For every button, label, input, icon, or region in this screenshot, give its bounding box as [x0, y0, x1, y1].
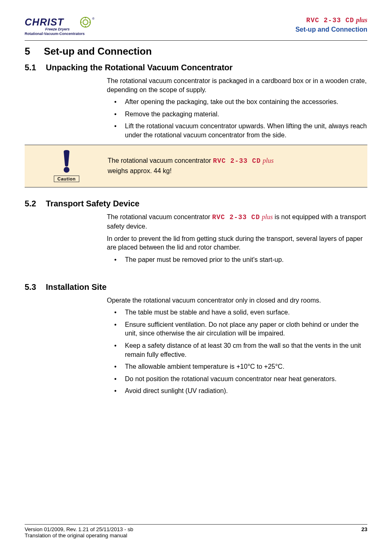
caution-icon-wrap: Caution — [30, 150, 104, 182]
heading-chapter-num: 5 — [25, 46, 41, 57]
heading-5-3: 5.3 Installation Site — [25, 282, 367, 292]
caution-t2: weighs approx. 44 kg! — [108, 167, 172, 174]
list-item: The allowable ambient temperature is +10… — [114, 362, 367, 371]
list-item: Keep a safety distance of at least 30 cm… — [114, 341, 367, 359]
header-right: RVC 2-33 CD plus Set-up and Connection — [295, 16, 367, 33]
s52-para2: In order to prevent the lid from getting… — [107, 234, 367, 252]
section-5-2-body: The rotational vacuum concentrator RVC 2… — [107, 213, 367, 264]
product-suffix: plus — [356, 16, 367, 23]
caution-icon — [56, 150, 77, 175]
list-item: The paper must be removed prior to the u… — [114, 255, 367, 264]
s52-product-inline: RVC 2-33 CD plus — [212, 213, 273, 220]
heading-5-3-title: Installation Site — [46, 282, 107, 291]
caution-inline-suffix: plus — [263, 157, 274, 164]
svg-point-9 — [64, 167, 69, 173]
svg-text:Rotational-Vacuum-Concentrator: Rotational-Vacuum-Concentrators — [25, 32, 85, 36]
s53-para1: Operate the rotational vacuum concentrat… — [107, 296, 367, 305]
product-prefix: RVC 2-33 CD — [306, 17, 354, 24]
caution-inline-prefix: RVC 2-33 CD — [213, 157, 261, 165]
heading-5-1-num: 5.1 — [25, 63, 44, 72]
footer-page-number: 23 — [362, 526, 367, 539]
s52-p1a: The rotational vacuum concentrator — [107, 213, 212, 220]
svg-text:Freeze Dryers: Freeze Dryers — [45, 27, 70, 31]
heading-chapter-title: Set-up and Connection — [44, 46, 152, 57]
svg-text:®: ® — [92, 17, 95, 21]
header-section-title: Set-up and Connection — [295, 26, 367, 33]
logo-graphic: CHRIST ® Freeze Dryers Rotational-Vacuum… — [25, 16, 99, 38]
caution-text: The rotational vacuum concentrator RVC 2… — [104, 150, 362, 176]
section-5-3-body: Operate the rotational vacuum concentrat… — [107, 296, 367, 395]
list-item: After opening the packaging, take out th… — [114, 97, 367, 106]
logo-block: CHRIST ® Freeze Dryers Rotational-Vacuum… — [25, 16, 99, 38]
list-item: Do not position the rotational vacuum co… — [114, 375, 367, 384]
heading-5-2-title: Transport Safety Device — [46, 199, 140, 208]
caution-label: Caution — [54, 176, 79, 182]
heading-5-2: 5.2 Transport Safety Device — [25, 199, 367, 208]
heading-5-1: 5.1 Unpacking the Rotational Vacuum Conc… — [25, 63, 367, 72]
caution-callout: Caution The rotational vacuum concentrat… — [25, 145, 367, 187]
caution-t1: The rotational vacuum concentrator — [108, 157, 213, 164]
list-item: Lift the rotational vacuum concentrator … — [114, 122, 367, 139]
list-item: Remove the packaging material. — [114, 110, 367, 119]
s51-list: After opening the packaging, take out th… — [114, 97, 367, 139]
heading-5-3-num: 5.3 — [25, 282, 44, 292]
footer-left: Version 01/2009, Rev. 1.21 of 25/11/2013… — [25, 526, 133, 539]
s51-para1: The rotational vacuum concentrator is pa… — [107, 76, 367, 94]
list-item: Ensure sufficient ventilation. Do not pl… — [114, 320, 367, 338]
footer-translation: Translation of the original operating ma… — [25, 532, 133, 539]
logo-main-text: CHRIST — [25, 16, 65, 28]
s52-inline-prefix: RVC 2-33 CD — [212, 214, 260, 221]
list-item: Avoid direct sunlight (UV radiation). — [114, 386, 367, 395]
svg-point-1 — [83, 20, 88, 25]
section-5-1-body: The rotational vacuum concentrator is pa… — [107, 76, 367, 140]
list-item: The table must be stable and have a soli… — [114, 308, 367, 317]
s53-list: The table must be stable and have a soli… — [114, 308, 367, 395]
page-header: CHRIST ® Freeze Dryers Rotational-Vacuum… — [25, 16, 367, 41]
page-footer: Version 01/2009, Rev. 1.21 of 25/11/2013… — [25, 524, 367, 539]
svg-point-0 — [81, 17, 90, 27]
heading-5-1-title: Unpacking the Rotational Vacuum Concentr… — [46, 63, 233, 72]
heading-5-2-num: 5.2 — [25, 199, 44, 208]
heading-chapter: 5 Set-up and Connection — [25, 46, 367, 57]
s52-para1: The rotational vacuum concentrator RVC 2… — [107, 213, 367, 231]
caution-product-inline: RVC 2-33 CD plus — [213, 157, 274, 164]
footer-version: Version 01/2009, Rev. 1.21 of 25/11/2013… — [25, 526, 133, 532]
product-title: RVC 2-33 CD plus — [295, 16, 367, 24]
s52-inline-suffix: plus — [262, 213, 273, 220]
s52-list: The paper must be removed prior to the u… — [114, 255, 367, 264]
